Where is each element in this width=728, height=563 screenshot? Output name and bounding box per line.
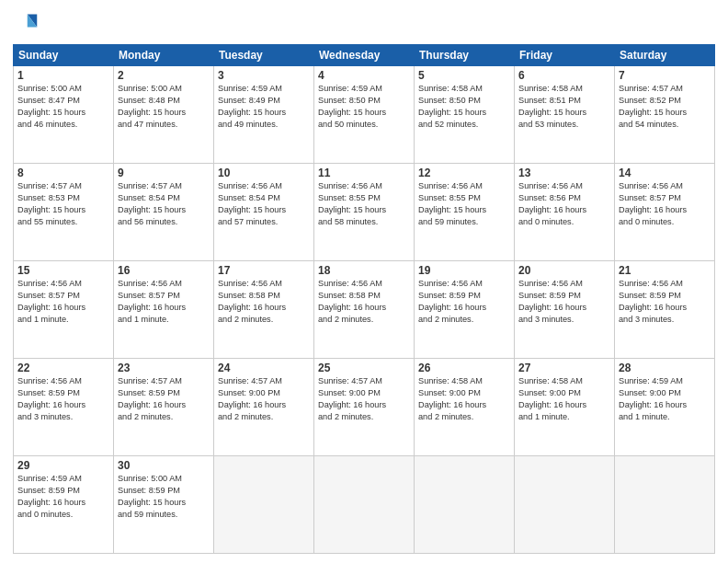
- day-detail: Sunrise: 4:59 AMSunset: 8:50 PMDaylight:…: [318, 83, 410, 131]
- day-detail: Sunrise: 4:56 AMSunset: 8:58 PMDaylight:…: [218, 278, 310, 326]
- calendar-cell: 30Sunrise: 5:00 AMSunset: 8:59 PMDayligh…: [114, 456, 214, 554]
- logo-icon: [13, 11, 39, 37]
- calendar-cell: 5Sunrise: 4:58 AMSunset: 8:50 PMDaylight…: [415, 66, 515, 164]
- calendar-table: SundayMondayTuesdayWednesdayThursdayFrid…: [13, 44, 715, 554]
- day-number: 29: [17, 459, 109, 472]
- calendar-week-3: 15Sunrise: 4:56 AMSunset: 8:57 PMDayligh…: [14, 261, 715, 359]
- day-number: 4: [318, 69, 410, 82]
- calendar-cell: 11Sunrise: 4:56 AMSunset: 8:55 PMDayligh…: [314, 164, 415, 261]
- day-detail: Sunrise: 4:56 AMSunset: 8:57 PMDaylight:…: [619, 180, 711, 228]
- day-detail: Sunrise: 4:59 AMSunset: 9:00 PMDaylight:…: [619, 375, 711, 423]
- calendar-cell: 1Sunrise: 5:00 AMSunset: 8:47 PMDaylight…: [14, 66, 114, 164]
- day-detail: Sunrise: 5:00 AMSunset: 8:48 PMDaylight:…: [118, 83, 210, 131]
- day-number: 2: [118, 69, 210, 82]
- weekday-header-saturday: Saturday: [615, 45, 715, 66]
- day-detail: Sunrise: 4:56 AMSunset: 8:59 PMDaylight:…: [17, 375, 109, 423]
- day-number: 15: [17, 264, 109, 277]
- calendar-cell: 27Sunrise: 4:58 AMSunset: 9:00 PMDayligh…: [515, 359, 615, 456]
- calendar-cell: 29Sunrise: 4:59 AMSunset: 8:59 PMDayligh…: [14, 456, 114, 554]
- day-number: 3: [218, 69, 310, 82]
- day-number: 10: [218, 167, 310, 179]
- day-number: 11: [318, 167, 410, 179]
- calendar-week-5: 29Sunrise: 4:59 AMSunset: 8:59 PMDayligh…: [14, 456, 715, 554]
- weekday-header-wednesday: Wednesday: [314, 45, 415, 66]
- calendar-week-1: 1Sunrise: 5:00 AMSunset: 8:47 PMDaylight…: [14, 66, 715, 164]
- day-number: 24: [218, 362, 310, 374]
- weekday-header-sunday: Sunday: [14, 45, 114, 66]
- day-number: 7: [619, 69, 711, 82]
- day-detail: Sunrise: 5:00 AMSunset: 8:47 PMDaylight:…: [17, 83, 109, 131]
- day-detail: Sunrise: 4:57 AMSunset: 8:54 PMDaylight:…: [118, 180, 210, 228]
- calendar-cell: 23Sunrise: 4:57 AMSunset: 8:59 PMDayligh…: [114, 359, 214, 456]
- calendar-cell: 15Sunrise: 4:56 AMSunset: 8:57 PMDayligh…: [14, 261, 114, 359]
- day-number: 19: [418, 264, 510, 277]
- calendar-cell: 24Sunrise: 4:57 AMSunset: 9:00 PMDayligh…: [214, 359, 314, 456]
- day-number: 20: [518, 264, 610, 277]
- day-detail: Sunrise: 4:56 AMSunset: 8:57 PMDaylight:…: [118, 278, 210, 326]
- weekday-header-friday: Friday: [515, 45, 615, 66]
- day-detail: Sunrise: 4:58 AMSunset: 9:00 PMDaylight:…: [418, 375, 510, 423]
- day-number: 26: [418, 362, 510, 374]
- calendar-cell: 21Sunrise: 4:56 AMSunset: 8:59 PMDayligh…: [615, 261, 715, 359]
- day-detail: Sunrise: 4:58 AMSunset: 8:50 PMDaylight:…: [418, 83, 510, 131]
- calendar-cell: 18Sunrise: 4:56 AMSunset: 8:58 PMDayligh…: [314, 261, 415, 359]
- day-detail: Sunrise: 4:56 AMSunset: 8:54 PMDaylight:…: [218, 180, 310, 228]
- day-detail: Sunrise: 4:56 AMSunset: 8:59 PMDaylight:…: [619, 278, 711, 326]
- calendar-cell: 20Sunrise: 4:56 AMSunset: 8:59 PMDayligh…: [515, 261, 615, 359]
- day-number: 22: [17, 362, 109, 374]
- day-number: 8: [17, 167, 109, 179]
- calendar-cell: 2Sunrise: 5:00 AMSunset: 8:48 PMDaylight…: [114, 66, 214, 164]
- day-detail: Sunrise: 4:56 AMSunset: 8:57 PMDaylight:…: [17, 278, 109, 326]
- day-number: 9: [118, 167, 210, 179]
- calendar-cell: 28Sunrise: 4:59 AMSunset: 9:00 PMDayligh…: [615, 359, 715, 456]
- calendar-cell: 22Sunrise: 4:56 AMSunset: 8:59 PMDayligh…: [14, 359, 114, 456]
- day-number: 13: [518, 167, 610, 179]
- calendar-cell: 4Sunrise: 4:59 AMSunset: 8:50 PMDaylight…: [314, 66, 415, 164]
- calendar-cell: 16Sunrise: 4:56 AMSunset: 8:57 PMDayligh…: [114, 261, 214, 359]
- calendar-cell: [615, 456, 715, 554]
- day-detail: Sunrise: 4:56 AMSunset: 8:55 PMDaylight:…: [418, 180, 510, 228]
- day-detail: Sunrise: 4:57 AMSunset: 9:00 PMDaylight:…: [318, 375, 410, 423]
- day-detail: Sunrise: 4:56 AMSunset: 8:55 PMDaylight:…: [318, 180, 410, 228]
- day-number: 1: [17, 69, 109, 82]
- page: SundayMondayTuesdayWednesdayThursdayFrid…: [0, 0, 728, 563]
- day-number: 30: [118, 459, 210, 472]
- day-detail: Sunrise: 4:56 AMSunset: 8:59 PMDaylight:…: [418, 278, 510, 326]
- day-number: 6: [518, 69, 610, 82]
- calendar-cell: [214, 456, 314, 554]
- day-number: 16: [118, 264, 210, 277]
- calendar-cell: 25Sunrise: 4:57 AMSunset: 9:00 PMDayligh…: [314, 359, 415, 456]
- day-number: 27: [518, 362, 610, 374]
- weekday-header-monday: Monday: [114, 45, 214, 66]
- day-detail: Sunrise: 4:59 AMSunset: 8:59 PMDaylight:…: [17, 473, 109, 521]
- calendar-cell: 17Sunrise: 4:56 AMSunset: 8:58 PMDayligh…: [214, 261, 314, 359]
- weekday-header-row: SundayMondayTuesdayWednesdayThursdayFrid…: [14, 45, 715, 66]
- calendar-cell: 9Sunrise: 4:57 AMSunset: 8:54 PMDaylight…: [114, 164, 214, 261]
- day-detail: Sunrise: 4:59 AMSunset: 8:49 PMDaylight:…: [218, 83, 310, 131]
- day-detail: Sunrise: 4:58 AMSunset: 8:51 PMDaylight:…: [518, 83, 610, 131]
- calendar-week-2: 8Sunrise: 4:57 AMSunset: 8:53 PMDaylight…: [14, 164, 715, 261]
- calendar-cell: 6Sunrise: 4:58 AMSunset: 8:51 PMDaylight…: [515, 66, 615, 164]
- day-number: 12: [418, 167, 510, 179]
- day-number: 5: [418, 69, 510, 82]
- header: [13, 11, 715, 37]
- day-number: 28: [619, 362, 711, 374]
- day-number: 18: [318, 264, 410, 277]
- calendar-cell: 10Sunrise: 4:56 AMSunset: 8:54 PMDayligh…: [214, 164, 314, 261]
- day-detail: Sunrise: 4:56 AMSunset: 8:59 PMDaylight:…: [518, 278, 610, 326]
- day-number: 14: [619, 167, 711, 179]
- day-number: 21: [619, 264, 711, 277]
- day-detail: Sunrise: 4:58 AMSunset: 9:00 PMDaylight:…: [518, 375, 610, 423]
- day-detail: Sunrise: 4:57 AMSunset: 8:52 PMDaylight:…: [619, 83, 711, 131]
- logo: [13, 11, 42, 37]
- day-number: 17: [218, 264, 310, 277]
- calendar-cell: 13Sunrise: 4:56 AMSunset: 8:56 PMDayligh…: [515, 164, 615, 261]
- calendar-cell: [415, 456, 515, 554]
- calendar-week-4: 22Sunrise: 4:56 AMSunset: 8:59 PMDayligh…: [14, 359, 715, 456]
- calendar-cell: 12Sunrise: 4:56 AMSunset: 8:55 PMDayligh…: [415, 164, 515, 261]
- calendar-cell: [314, 456, 415, 554]
- calendar-cell: 14Sunrise: 4:56 AMSunset: 8:57 PMDayligh…: [615, 164, 715, 261]
- calendar-cell: 3Sunrise: 4:59 AMSunset: 8:49 PMDaylight…: [214, 66, 314, 164]
- calendar-cell: 26Sunrise: 4:58 AMSunset: 9:00 PMDayligh…: [415, 359, 515, 456]
- day-detail: Sunrise: 4:57 AMSunset: 9:00 PMDaylight:…: [218, 375, 310, 423]
